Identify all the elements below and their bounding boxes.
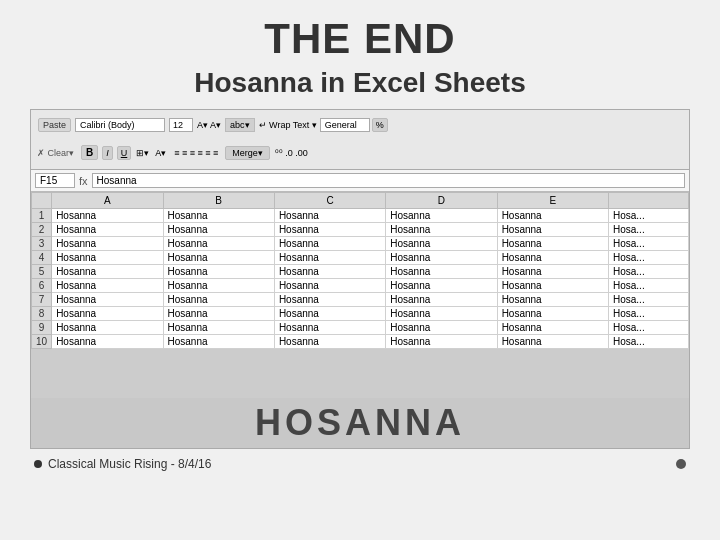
table-cell: Hosanna [386, 307, 497, 321]
font-size-box: 12 [169, 118, 193, 132]
table-cell: Hosanna [497, 321, 608, 335]
table-cell: Hosanna [52, 237, 163, 251]
col-header-D: D [386, 193, 497, 209]
table-cell: Hosanna [386, 265, 497, 279]
table-cell: Hosanna [163, 293, 274, 307]
col-header-A: A [52, 193, 163, 209]
table-cell: Hosanna [274, 251, 385, 265]
col-header-C: C [274, 193, 385, 209]
table-row: 10HosannaHosannaHosannaHosannaHosannaHos… [32, 335, 689, 349]
slide-title: THE END [264, 15, 455, 63]
table-cell: Hosa... [609, 209, 689, 223]
table-cell: Hosa... [609, 307, 689, 321]
toolbar-row-1: Paste Calibri (Body) 12 A▾ A▾ abc▾ ↵ Wra… [35, 116, 685, 134]
row-number: 8 [32, 307, 52, 321]
slide-subtitle: Hosanna in Excel Sheets [194, 67, 525, 99]
table-cell: Hosanna [163, 223, 274, 237]
col-header-partial [609, 193, 689, 209]
footer: Classical Music Rising - 8/4/16 [30, 457, 690, 471]
underline-btn: U [117, 146, 132, 160]
row-number: 2 [32, 223, 52, 237]
table-row: 1HosannaHosannaHosannaHosannaHosannaHosa… [32, 209, 689, 223]
pct-btn: % [372, 118, 388, 132]
table-cell: Hosanna [52, 321, 163, 335]
table-row: 7HosannaHosannaHosannaHosannaHosannaHosa… [32, 293, 689, 307]
table-row: 5HosannaHosannaHosannaHosannaHosannaHosa… [32, 265, 689, 279]
excel-screenshot: Paste Calibri (Body) 12 A▾ A▾ abc▾ ↵ Wra… [30, 109, 690, 449]
row-number: 4 [32, 251, 52, 265]
formula-bar: F15 fx Hosanna [31, 170, 689, 192]
table-cell: Hosanna [497, 237, 608, 251]
table-cell: Hosanna [274, 307, 385, 321]
table-cell: Hosanna [52, 209, 163, 223]
table-cell: Hosanna [274, 209, 385, 223]
excel-toolbar: Paste Calibri (Body) 12 A▾ A▾ abc▾ ↵ Wra… [31, 110, 689, 170]
table-cell: Hosanna [163, 279, 274, 293]
table-cell: Hosanna [274, 321, 385, 335]
abc-btn: abc▾ [225, 118, 255, 132]
table-cell: Hosanna [274, 279, 385, 293]
row-number: 6 [32, 279, 52, 293]
row-number: 1 [32, 209, 52, 223]
paste-btn: Paste [38, 118, 71, 132]
bold-btn: B [81, 145, 98, 160]
table-row: 8HosannaHosannaHosannaHosannaHosannaHosa… [32, 307, 689, 321]
col-header-E: E [497, 193, 608, 209]
table-cell: Hosanna [386, 223, 497, 237]
table-cell: Hosanna [497, 335, 608, 349]
table-cell: Hosanna [386, 209, 497, 223]
table-cell: Hosanna [52, 293, 163, 307]
font-name-box: Calibri (Body) [75, 118, 165, 132]
footer-label: Classical Music Rising - 8/4/16 [48, 457, 211, 471]
table-cell: Hosanna [274, 223, 385, 237]
big-text-overlay: HOSANNA [31, 398, 689, 448]
table-cell: Hosanna [163, 321, 274, 335]
table-cell: Hosanna [52, 223, 163, 237]
table-cell: Hosanna [52, 335, 163, 349]
table-cell: Hosanna [163, 335, 274, 349]
table-cell: Hosanna [274, 265, 385, 279]
table-cell: Hosanna [497, 251, 608, 265]
table-cell: Hosanna [163, 237, 274, 251]
table-cell: Hosanna [274, 335, 385, 349]
table-cell: Hosanna [386, 251, 497, 265]
clear-label: ✗ Clear▾ [37, 148, 74, 158]
col-header-B: B [163, 193, 274, 209]
table-cell: Hosanna [497, 223, 608, 237]
table-cell: Hosa... [609, 335, 689, 349]
align-btns: ≡ ≡ ≡ ≡ ≡ ≡ [174, 148, 218, 158]
table-cell: Hosanna [386, 321, 497, 335]
row-number: 9 [32, 321, 52, 335]
footer-left: Classical Music Rising - 8/4/16 [34, 457, 211, 471]
table-cell: Hosanna [52, 251, 163, 265]
table-row: 3HosannaHosannaHosannaHosannaHosannaHosa… [32, 237, 689, 251]
table-cell: Hosanna [52, 265, 163, 279]
table-cell: Hosa... [609, 321, 689, 335]
formula-input: Hosanna [92, 173, 685, 188]
general-box: General [320, 118, 370, 132]
table-cell: Hosanna [163, 265, 274, 279]
borders-btn: ⊞▾ [136, 148, 149, 158]
table-cell: Hosanna [497, 307, 608, 321]
table-cell: Hosanna [386, 335, 497, 349]
table-cell: Hosanna [163, 209, 274, 223]
fx-label: fx [79, 175, 88, 187]
table-cell: Hosanna [274, 237, 385, 251]
table-cell: Hosanna [386, 279, 497, 293]
table-cell: Hosanna [386, 293, 497, 307]
row-number: 3 [32, 237, 52, 251]
italic-btn: I [102, 146, 113, 160]
table-cell: Hosa... [609, 251, 689, 265]
table-cell: Hosanna [163, 307, 274, 321]
table-cell: Hosanna [386, 237, 497, 251]
number-format: ⁰⁰ .0 .00 [275, 148, 308, 158]
table-row: 4HosannaHosannaHosannaHosannaHosannaHosa… [32, 251, 689, 265]
row-number: 5 [32, 265, 52, 279]
row-number: 7 [32, 293, 52, 307]
table-cell: Hosanna [497, 279, 608, 293]
table-cell: Hosanna [163, 251, 274, 265]
table-cell: Hosanna [52, 307, 163, 321]
table-cell: Hosanna [274, 293, 385, 307]
big-overlay-text: HOSANNA [255, 402, 465, 444]
table-cell: Hosa... [609, 237, 689, 251]
